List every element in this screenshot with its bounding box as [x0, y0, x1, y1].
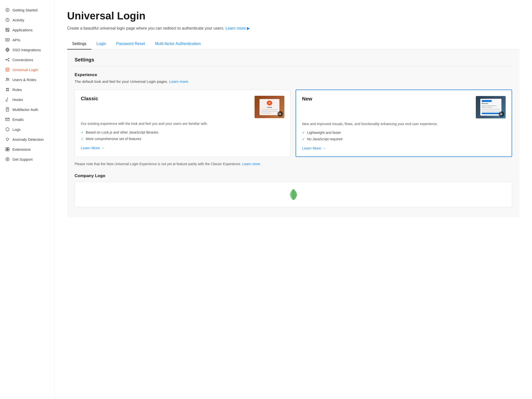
new-card-title: New — [302, 96, 312, 102]
sidebar-item-apis[interactable]: APIs — [0, 35, 54, 45]
svg-rect-4 — [6, 30, 7, 32]
logs-icon — [5, 127, 10, 132]
sidebar-label-connections: Connections — [12, 58, 33, 62]
sidebar-item-anomaly[interactable]: Anomaly Detection — [0, 134, 54, 144]
experience-desc-text: The default look and feel for your Unive… — [75, 79, 168, 84]
svg-rect-19 — [6, 69, 8, 70]
sidebar-label-hooks: Hooks — [12, 98, 23, 102]
svg-marker-1 — [7, 9, 8, 11]
new-card-header: New Welcome Login to ContinueButton to c… — [302, 96, 506, 118]
page-title: Universal Login — [67, 10, 520, 22]
extensions-icon — [5, 147, 10, 152]
support-icon — [5, 157, 10, 162]
sidebar-label-emails: Emails — [12, 117, 24, 122]
svg-rect-36 — [8, 150, 9, 151]
sidebar-item-emails[interactable]: Emails — [0, 114, 54, 124]
sidebar-item-logs[interactable]: Logs — [0, 124, 54, 134]
svg-rect-33 — [6, 148, 7, 149]
sidebar-label-apis: APIs — [12, 38, 20, 42]
sidebar-item-activity[interactable]: Activity — [0, 15, 54, 25]
sidebar-label-applications: Applications — [12, 28, 33, 32]
subtitle-text: Create a beautiful universal login page … — [67, 26, 224, 30]
experience-learn-more-link[interactable]: Learn more. — [169, 79, 189, 84]
experience-description: The default look and feel for your Unive… — [75, 79, 512, 84]
sidebar-label-activity: Activity — [12, 18, 24, 22]
new-card-desc: New and improved visuals, flows, and fun… — [302, 121, 506, 127]
logo-upload-box[interactable] — [75, 182, 512, 207]
classic-preview-inner: A Auth0 — [260, 99, 279, 115]
settings-section-title: Settings — [75, 57, 512, 66]
company-logo-section: Company Logo — [75, 173, 512, 207]
rules-icon — [5, 87, 10, 92]
svg-rect-35 — [6, 150, 7, 151]
anomaly-icon — [5, 137, 10, 142]
new-feature-2-text: No JavaScript required — [307, 137, 342, 141]
sidebar-item-extensions[interactable]: Extensions — [0, 144, 54, 154]
classic-learn-more-link[interactable]: Learn More → — [81, 146, 105, 150]
main-content: Universal Login Create a beautiful unive… — [55, 0, 532, 399]
page-subtitle: Create a beautiful universal login page … — [67, 26, 520, 31]
company-logo-title: Company Logo — [75, 173, 512, 178]
svg-rect-5 — [8, 28, 9, 30]
sidebar-item-sso[interactable]: SSO Integrations — [0, 45, 54, 55]
new-preview-inner: Welcome Login to ContinueButton to conti… — [480, 99, 501, 116]
sidebar-item-applications[interactable]: Applications — [0, 25, 54, 35]
new-feature-1: ✓ Lightweight and faster — [302, 131, 506, 135]
svg-line-17 — [6, 60, 8, 60]
svg-point-13 — [6, 59, 6, 60]
multifactor-icon — [5, 107, 10, 112]
svg-point-25 — [7, 98, 8, 98]
tab-login[interactable]: Login — [91, 39, 111, 50]
new-zoom-button[interactable]: ⊕ — [499, 111, 504, 117]
new-feature-2: ✓ No JavaScript required — [302, 137, 506, 141]
sidebar-label-logs: Logs — [12, 127, 21, 132]
experience-cards-container: Classic A Auth0 ⊕ — [75, 90, 512, 157]
sidebar-label-getting-started: Getting Started — [12, 8, 38, 12]
sidebar-label-users-roles: Users & Roles — [12, 78, 36, 82]
classic-feature-1-text: Based on Lock.js and other JavaScript li… — [86, 130, 158, 134]
classic-card-header: Classic A Auth0 ⊕ — [81, 96, 284, 118]
sidebar-item-support[interactable]: Get Support — [0, 154, 54, 164]
sidebar-label-sso: SSO Integrations — [12, 48, 41, 52]
check-icon: ✓ — [81, 130, 84, 134]
sidebar-item-universal-login[interactable]: Universal Login — [0, 65, 54, 75]
sidebar-item-hooks[interactable]: Hooks — [0, 95, 54, 104]
sidebar-item-multifactor[interactable]: Multifactor Auth — [0, 104, 54, 114]
classic-preview-logo: A — [267, 100, 272, 105]
sidebar-label-universal-login: Universal Login — [12, 68, 38, 72]
classic-feature-1: ✓ Based on Lock.js and other JavaScript … — [81, 130, 284, 134]
svg-point-21 — [6, 78, 8, 79]
experience-section: Experience The default look and feel for… — [75, 72, 512, 166]
tab-mfa[interactable]: Multi-factor Authentication — [150, 39, 206, 50]
universal-login-icon — [5, 67, 10, 72]
sidebar-item-connections[interactable]: Connections — [0, 55, 54, 65]
parity-note-link[interactable]: Learn more. — [242, 162, 261, 166]
new-experience-card[interactable]: New Welcome Login to ContinueButton to c… — [296, 90, 512, 157]
classic-zoom-button[interactable]: ⊕ — [277, 111, 283, 117]
svg-line-16 — [6, 59, 8, 59]
classic-feature-2: ✓ More comprehensive set of features — [81, 137, 284, 141]
sidebar-label-extensions: Extensions — [12, 147, 31, 151]
sidebar-item-rules[interactable]: Rules — [0, 85, 54, 95]
sidebar-item-getting-started[interactable]: Getting Started — [0, 5, 54, 15]
tab-password-reset[interactable]: Password Reset — [111, 39, 150, 50]
tab-settings[interactable]: Settings — [67, 39, 91, 50]
new-learn-more-link[interactable]: Learn More → — [302, 146, 326, 150]
settings-card: Settings Experience The default look and… — [67, 50, 520, 217]
classic-experience-card[interactable]: Classic A Auth0 ⊕ — [75, 90, 291, 157]
sidebar-item-users-roles[interactable]: Users & Roles — [0, 75, 54, 85]
new-features-list: ✓ Lightweight and faster ✓ No JavaScript… — [302, 131, 506, 141]
subtitle-learn-more-link[interactable]: Learn more ▶ — [225, 26, 250, 30]
sidebar-label-anomaly: Anomaly Detection — [12, 137, 44, 142]
circle-play-icon — [5, 7, 10, 12]
parity-note: Please note that the New Universal Login… — [75, 162, 512, 166]
check-icon-4: ✓ — [302, 137, 305, 141]
sso-icon — [5, 47, 10, 52]
classic-feature-2-text: More comprehensive set of features — [86, 137, 141, 141]
check-icon-3: ✓ — [302, 131, 305, 135]
svg-point-22 — [8, 78, 9, 79]
svg-rect-3 — [6, 28, 7, 29]
classic-card-title: Classic — [81, 96, 98, 101]
classic-preview: A Auth0 ⊕ — [255, 96, 284, 118]
classic-features-list: ✓ Based on Lock.js and other JavaScript … — [81, 130, 284, 141]
